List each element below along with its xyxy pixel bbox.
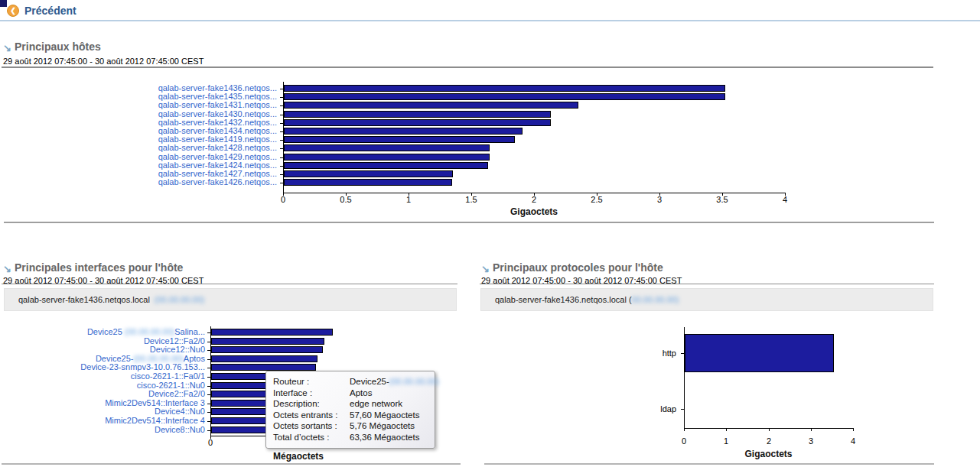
tooltip-label: Routeur :	[273, 376, 350, 388]
axis-title: Gigaoctets	[744, 449, 792, 459]
hosts-date-range: 29 août 2012 07:45:00 - 30 août 2012 07:…	[3, 57, 203, 66]
bar[interactable]	[284, 162, 488, 169]
category-tick	[207, 394, 210, 395]
axis-title: Mégaoctets	[273, 451, 324, 462]
tooltip-value: 63,36 Mégaoctets	[350, 432, 419, 443]
category-label[interactable]: cisco-2621-1::Fa0/1	[0, 372, 205, 381]
divider	[2, 284, 457, 284]
tooltip-row: Octets sortants : 5,76 Mégaoctets	[273, 420, 428, 432]
tooltip-label: Total d’octets :	[273, 432, 350, 443]
label-text: qalab-server-fake1428.netqos...	[158, 143, 277, 152]
category-label[interactable]: qalab-server-fake1426.netqos...	[0, 178, 277, 186]
category-label[interactable]: Mimic2Dev514::Interface 4	[0, 417, 205, 425]
axis-tick-label: 0.5	[340, 195, 351, 204]
drilldown-arrow-icon[interactable]: ↘	[481, 263, 490, 274]
divider	[484, 463, 934, 465]
label-text: qalab-server-fake1419.netqos...	[158, 135, 277, 144]
category-tick	[207, 359, 210, 360]
hosts-section-title: Principaux hôtes	[15, 41, 101, 53]
axis-tick-label: 4	[851, 436, 855, 446]
bar[interactable]	[284, 85, 725, 92]
label-text: http	[663, 349, 676, 358]
bar[interactable]	[211, 329, 333, 336]
label-text: qalab-server-fake1429.netqos...	[158, 152, 277, 161]
back-button[interactable]: ❮ Précédent	[7, 5, 77, 17]
tooltip-label: Description:	[273, 398, 350, 410]
divider	[2, 463, 461, 465]
label-text: Device25	[87, 327, 125, 336]
axis-tick-label: 0	[682, 436, 686, 446]
top-bar: ❮ Précédent	[0, 0, 980, 21]
divider	[480, 284, 934, 284]
category-label[interactable]: Device12::Fa2/0	[0, 337, 205, 345]
axis-tick-label: 0	[208, 438, 213, 447]
label-text: qalab-server-fake1434.netqos...	[158, 126, 277, 135]
bar[interactable]	[284, 170, 453, 177]
tooltip-label: Octets sortants :	[273, 420, 350, 432]
category-tick	[681, 409, 684, 410]
axis-tick-label: 2.5	[591, 195, 602, 204]
category-tick	[207, 421, 210, 422]
axis-tick	[684, 428, 685, 431]
bar[interactable]	[284, 111, 551, 118]
bar[interactable]	[284, 119, 551, 126]
axis-tick-label: 3	[809, 436, 813, 446]
label-text: cisco-2621-1::Nu0	[137, 381, 205, 390]
label-text: qalab-server-fake1427.netqos...	[158, 169, 277, 178]
tooltip-row: Total d’octets : 63,36 Mégaoctets	[273, 432, 428, 443]
redacted-text: (00.00.00.00)	[125, 327, 174, 336]
axis-tick-label: 2	[532, 195, 536, 204]
category-label[interactable]: Device8::Nu0	[0, 426, 205, 434]
axis-title: Gigaoctets	[510, 206, 558, 217]
bar[interactable]	[211, 338, 324, 345]
bar[interactable]	[284, 144, 490, 151]
axis-tick	[726, 428, 727, 431]
back-arrow-icon: ❮	[7, 5, 19, 17]
selected-host: qalab-server-fake1436.netqos.local	[18, 295, 150, 304]
bar[interactable]	[284, 179, 452, 186]
label-text: qalab-server-fake1436.netqos...	[158, 83, 277, 92]
drilldown-arrow-icon[interactable]: ↘	[3, 42, 11, 54]
drilldown-arrow-icon[interactable]: ↘	[3, 263, 11, 274]
bar[interactable]	[685, 334, 834, 372]
category-tick	[207, 342, 210, 342]
category-label[interactable]: Device25 (00.00.00.00)Salina...	[0, 328, 205, 336]
bar[interactable]	[284, 128, 523, 135]
label-text: qalab-server-fake1424.netqos...	[158, 161, 277, 170]
divider	[4, 222, 934, 223]
label-text: qalab-server-fake1431.netqos...	[158, 100, 277, 109]
bar[interactable]	[284, 154, 490, 161]
redacted-ip: (00.00.00.00)	[389, 376, 439, 388]
bar[interactable]	[284, 93, 725, 100]
category-tick	[280, 89, 283, 89]
category-tick	[280, 157, 283, 158]
bar[interactable]	[284, 136, 515, 143]
category-tick	[207, 368, 210, 368]
back-label: Précédent	[24, 5, 77, 17]
tooltip-value: 57,60 Mégaoctets	[350, 410, 419, 421]
axis-tick	[769, 428, 770, 431]
tooltip-value: Device25-	[350, 376, 389, 388]
category-tick	[280, 115, 283, 115]
axis-tick-label: 1	[724, 436, 728, 446]
tooltip-value: edge network	[350, 398, 402, 410]
category-label[interactable]: Device-23-snmpv3-10.0.76.153...	[0, 363, 205, 371]
category-tick	[280, 166, 283, 167]
bar[interactable]	[284, 102, 578, 109]
interfaces-section-title: Principales interfaces pour l'hôte	[15, 261, 183, 274]
protocols-section-title: Principaux protocoles pour l'hôte	[493, 261, 663, 274]
axis-tick-label: 4	[783, 195, 787, 204]
interfaces-chart: Device25 (00.00.00.00)Salina...Device12:…	[0, 0, 980, 467]
label-text: Device8::Nu0	[155, 425, 205, 434]
selected-host-bar: qalab-server-fake1436.netqos.local (00.0…	[4, 288, 457, 311]
category-tick	[280, 105, 283, 106]
category-tick	[280, 140, 283, 141]
divider	[2, 66, 933, 68]
category-label[interactable]: Device2::Fa2/0	[0, 390, 205, 398]
category-tick	[280, 183, 283, 183]
category-label[interactable]: cisco-2621-1::Nu0	[0, 381, 205, 390]
category-tick	[681, 353, 684, 354]
label-text: Device12::Fa2/0	[144, 336, 205, 345]
tooltip-value: 5,76 Mégaoctets	[350, 420, 415, 432]
selected-host: qalab-server-fake1436.netqos.local (	[495, 295, 632, 304]
